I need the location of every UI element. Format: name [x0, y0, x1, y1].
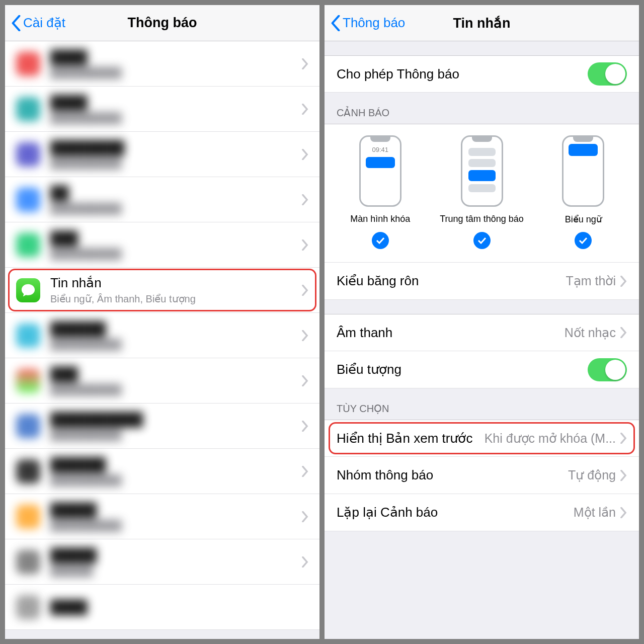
alert-option-center[interactable]: Trung tâm thông báo [431, 135, 533, 249]
chevron-right-icon [301, 375, 308, 386]
repeat-row[interactable]: Lặp lại Cảnh báo Một lần [325, 494, 639, 531]
banner-style-label: Kiểu băng rôn [337, 273, 566, 289]
show-preview-row[interactable]: Hiển thị Bản xem trước Khi được mở khóa … [325, 420, 639, 457]
options-header: TÙY CHỌN [325, 388, 639, 420]
check-icon [575, 232, 592, 249]
navbar: Thông báo Tin nhắn [325, 5, 639, 41]
messages-icon [16, 278, 40, 302]
preview-value: Khi được mở khóa (M... [476, 431, 616, 446]
list-item[interactable]: █████████████ [5, 222, 319, 268]
alerts-style-block: 09:41 Màn hình khóa Trung tâm thông báo [325, 124, 639, 263]
badge-switch[interactable] [588, 358, 627, 381]
chevron-right-icon [301, 511, 308, 522]
back-label: Cài đặt [23, 15, 65, 31]
alert-label: Màn hình khóa [350, 214, 410, 225]
grouping-label: Nhóm thông báo [337, 467, 568, 483]
screen-notifications-list: Cài đặt Thông báo ██████████████ ███████… [5, 5, 319, 639]
list-item[interactable]: ███████████ [5, 539, 319, 585]
app-subtitle: Biểu ngữ, Âm thanh, Biểu tượng [50, 293, 301, 305]
chevron-right-icon [620, 276, 627, 287]
check-icon [372, 232, 389, 249]
chevron-right-icon [301, 149, 308, 160]
chevron-right-icon [301, 556, 308, 568]
back-label: Thông báo [343, 15, 405, 31]
chevron-left-icon [331, 15, 341, 31]
sound-row[interactable]: Âm thanh Nốt nhạc [325, 314, 639, 351]
list-item[interactable]: ████ [5, 585, 319, 630]
grouping-value: Tự động [568, 468, 616, 482]
chevron-left-icon [11, 15, 21, 31]
allow-notifications-row[interactable]: Cho phép Thông báo [325, 55, 639, 93]
chevron-right-icon [620, 327, 627, 338]
alert-label: Trung tâm thông báo [440, 214, 523, 225]
center-preview-icon [461, 135, 503, 207]
list-item[interactable]: ███████████████ [5, 494, 319, 539]
chevron-right-icon [620, 470, 627, 481]
repeat-value: Một lần [574, 505, 616, 520]
page-title: Thông báo [128, 15, 197, 31]
allow-switch[interactable] [588, 62, 627, 86]
back-button[interactable]: Thông báo [331, 15, 405, 31]
chevron-right-icon [301, 239, 308, 251]
list-item[interactable]: ██████████████ [5, 41, 319, 87]
sound-value: Nốt nhạc [565, 326, 616, 340]
back-button[interactable]: Cài đặt [11, 15, 65, 31]
screen-messages-notifications: Thông báo Tin nhắn Cho phép Thông báo CẢ… [325, 5, 639, 639]
grouping-row[interactable]: Nhóm thông báo Tự động [325, 457, 639, 494]
settings-content[interactable]: Cho phép Thông báo CẢNH BÁO 09:41 Màn hì… [325, 41, 639, 639]
alert-option-banner[interactable]: Biểu ngữ [532, 135, 634, 249]
chevron-right-icon [301, 285, 308, 296]
lockscreen-preview-icon: 09:41 [359, 135, 401, 207]
list-item[interactable]: ████████████ [5, 177, 319, 222]
banner-style-row[interactable]: Kiểu băng rôn Tạm thời [325, 263, 639, 300]
app-list[interactable]: ██████████████ ██████████████ ██████████… [5, 41, 319, 639]
sound-label: Âm thanh [337, 325, 565, 341]
preview-label: Hiển thị Bản xem trước [337, 431, 472, 446]
page-title: Tin nhắn [453, 15, 511, 31]
chevron-right-icon [620, 507, 627, 518]
check-icon [473, 232, 491, 249]
chevron-right-icon [301, 58, 308, 69]
list-item[interactable]: ██████████████████ [5, 132, 319, 177]
list-item[interactable]: ████████████████████ [5, 404, 319, 449]
alert-option-lockscreen[interactable]: 09:41 Màn hình khóa [330, 135, 431, 249]
banner-style-value: Tạm thời [566, 274, 616, 288]
list-item[interactable]: ████████████████ [5, 449, 319, 494]
chevron-right-icon [620, 433, 627, 444]
list-item-messages[interactable]: Tin nhắn Biểu ngữ, Âm thanh, Biểu tượng [5, 268, 319, 313]
list-item[interactable]: ████████████████ [5, 313, 319, 358]
navbar: Cài đặt Thông báo [5, 5, 319, 41]
alert-label: Biểu ngữ [565, 214, 602, 225]
alerts-header: CẢNH BÁO [325, 93, 639, 124]
banner-preview-icon [562, 135, 604, 207]
list-item[interactable]: █████████████ [5, 358, 319, 404]
chevron-right-icon [301, 330, 308, 341]
app-title: Tin nhắn [50, 275, 301, 291]
allow-label: Cho phép Thông báo [337, 66, 588, 82]
chevron-right-icon [301, 421, 308, 432]
chevron-right-icon [301, 104, 308, 115]
badge-label: Biểu tượng [337, 362, 588, 377]
chevron-right-icon [301, 466, 308, 477]
repeat-label: Lặp lại Cảnh báo [337, 505, 574, 520]
list-item[interactable]: ██████████████ [5, 87, 319, 132]
badge-row[interactable]: Biểu tượng [325, 351, 639, 388]
chevron-right-icon [301, 194, 308, 205]
